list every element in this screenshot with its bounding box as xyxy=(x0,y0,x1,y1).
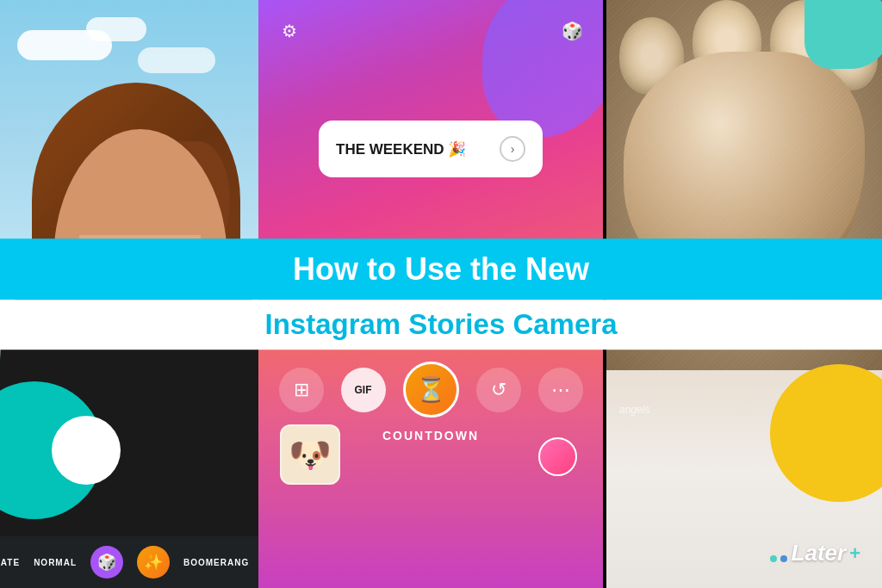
bottom-icons-row: CREATE NORMAL 🎲 ✨ BOOMERANG 🔄 xyxy=(0,546,267,579)
white-circle xyxy=(52,416,121,485)
title-cyan-background: How to Use the New xyxy=(0,238,882,300)
timer-countdown-button[interactable]: ⏳ xyxy=(403,362,459,418)
teal-shape-right xyxy=(804,0,882,69)
weekend-title: THE WEEKEND 🎉 xyxy=(336,140,466,158)
later-logo-text: Later xyxy=(792,540,847,566)
rewind-button[interactable]: ↺ xyxy=(476,368,521,412)
title-sub-text: Instagram Stories Camera xyxy=(26,308,856,341)
normal-label: NORMAL xyxy=(34,558,77,567)
later-logo-dots xyxy=(770,555,787,562)
title-overlay: How to Use the New Instagram Stories Cam… xyxy=(0,238,882,350)
later-plus-icon: + xyxy=(849,542,860,565)
right-overlay-text: angels xyxy=(619,404,649,416)
color-picker-circle[interactable] xyxy=(538,437,577,476)
dice-icon[interactable]: 🎲 xyxy=(558,17,586,45)
title-sub-wrapper: Instagram Stories Camera xyxy=(0,300,882,350)
dot-blue xyxy=(780,555,787,562)
settings-icon[interactable]: ⚙ xyxy=(276,17,303,45)
more-stickers-button[interactable]: ⋯ xyxy=(538,368,583,412)
boomerang-label: BOOMERANG xyxy=(183,558,249,567)
story-top-icons: ⚙ 🎲 xyxy=(258,17,603,45)
cloud-3 xyxy=(138,47,215,73)
cloud-2 xyxy=(86,17,146,41)
dog-sticker[interactable]: 🐶 xyxy=(280,424,340,485)
dot-teal xyxy=(770,555,777,562)
title-main-text: How to Use the New xyxy=(26,252,856,287)
sparkle-icon[interactable]: ✨ xyxy=(137,546,170,579)
effects-icon[interactable]: 🎲 xyxy=(90,546,123,579)
weekend-arrow-button[interactable]: › xyxy=(500,136,525,162)
grid-sticker-button[interactable]: ⊞ xyxy=(279,368,324,412)
gif-button[interactable]: GIF xyxy=(341,368,386,412)
yellow-circle-decoration xyxy=(770,364,882,502)
later-logo: Later + xyxy=(792,540,860,566)
bottom-nav-bar: CREATE NORMAL 🎲 ✨ BOOMERANG 🔄 xyxy=(0,536,267,588)
sticker-icon-row: ⊞ GIF ⏳ ↺ ⋯ xyxy=(258,362,603,418)
main-container: CREATE NORMAL 🎲 ✨ BOOMERANG 🔄 ⚙ 🎲 THE WE… xyxy=(0,0,882,588)
gif-label: GIF xyxy=(355,384,372,396)
create-label: CREATE xyxy=(0,558,20,567)
weekend-card[interactable]: THE WEEKEND 🎉 › xyxy=(319,121,543,177)
